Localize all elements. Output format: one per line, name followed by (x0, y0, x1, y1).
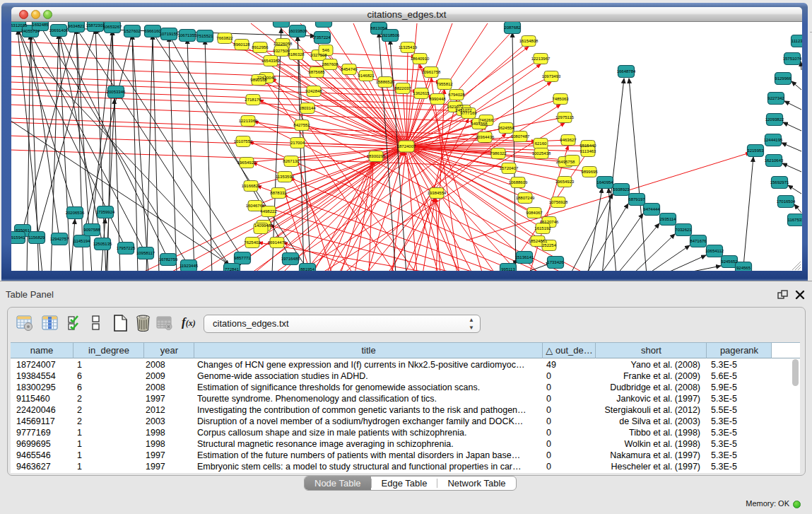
svg-text:9146821: 9146821 (358, 74, 375, 78)
svg-text:16210643: 16210643 (765, 158, 784, 163)
svg-text:17359924: 17359924 (96, 210, 115, 214)
svg-text:62160: 62160 (535, 141, 547, 146)
svg-text:9857771: 9857771 (234, 256, 251, 260)
svg-text:24055724: 24055724 (21, 29, 40, 33)
svg-text:26495758: 26495758 (556, 160, 575, 164)
svg-text:2803144: 2803144 (299, 106, 316, 110)
svg-text:10973493: 10973493 (542, 74, 561, 78)
svg-text:10025438: 10025438 (532, 151, 551, 156)
svg-text:8186328: 8186328 (288, 52, 305, 57)
svg-text:3915941: 3915941 (11, 235, 25, 240)
svg-text:3624554: 3624554 (498, 126, 514, 130)
svg-text:9777169: 9777169 (460, 111, 477, 115)
svg-text:2087682: 2087682 (504, 25, 521, 30)
svg-text:15751074: 15751074 (783, 57, 802, 61)
svg-text:9474444: 9474444 (643, 207, 660, 211)
svg-text:10807487: 10807487 (511, 134, 530, 139)
svg-text:252254: 252254 (542, 243, 557, 247)
svg-text:8267130: 8267130 (283, 159, 300, 163)
svg-text:1362615: 1362615 (413, 91, 430, 95)
svg-text:1615192: 1615192 (534, 226, 551, 230)
svg-text:9634821: 9634821 (68, 24, 85, 28)
svg-text:5938923: 5938923 (613, 187, 630, 192)
svg-text:15720407: 15720407 (500, 166, 519, 170)
svg-text:8454749: 8454749 (341, 67, 358, 71)
svg-text:1692485: 1692485 (32, 23, 49, 27)
svg-text:13226058: 13226058 (273, 42, 293, 46)
svg-text:15136141: 15136141 (515, 255, 534, 259)
svg-text:9129966: 9129966 (775, 76, 792, 81)
svg-text:14099489: 14099489 (254, 223, 273, 228)
svg-text:1640954: 1640954 (596, 180, 613, 185)
svg-text:1112384: 1112384 (792, 39, 802, 43)
svg-text:6794028: 6794028 (448, 93, 465, 97)
svg-text:1733426: 1733426 (547, 260, 564, 264)
svg-text:18807249: 18807249 (516, 196, 535, 200)
svg-text:10961758: 10961758 (422, 70, 441, 74)
svg-text:10756928: 10756928 (549, 200, 568, 204)
svg-text:2935114: 2935114 (660, 217, 677, 221)
svg-text:9242848: 9242848 (305, 89, 322, 93)
svg-text:3215953: 3215953 (747, 148, 764, 153)
svg-text:19384554: 19384554 (428, 191, 447, 195)
svg-text:10107552: 10107552 (234, 139, 253, 144)
svg-text:18640910: 18640910 (411, 57, 430, 61)
svg-text:1527602: 1527602 (124, 29, 141, 33)
svg-text:9890168: 9890168 (250, 78, 267, 82)
svg-text:6879197: 6879197 (628, 197, 645, 201)
svg-text:7986322: 7986322 (490, 151, 507, 156)
svg-text:8471676: 8471676 (690, 239, 707, 243)
svg-text:7663822: 7663822 (216, 36, 233, 40)
svg-text:16914479: 16914479 (268, 240, 287, 245)
svg-text:2867608: 2867608 (322, 62, 339, 66)
svg-text:10654112: 10654112 (705, 249, 724, 253)
svg-text:16154808: 16154808 (519, 39, 539, 43)
svg-text:217004: 217004 (290, 141, 305, 145)
svg-text:10653267: 10653267 (103, 25, 122, 29)
svg-text:16120746: 16120746 (540, 220, 559, 224)
svg-text:835061: 835061 (16, 228, 30, 233)
svg-text:7357224: 7357224 (314, 35, 331, 40)
svg-text:11923445: 11923445 (180, 264, 199, 268)
svg-text:11325419: 11325419 (399, 45, 418, 49)
svg-text:3875685: 3875685 (308, 70, 325, 74)
svg-text:7625402: 7625402 (244, 240, 261, 245)
svg-text:15886520: 15886520 (376, 80, 395, 84)
svg-text:18724007: 18724007 (397, 144, 416, 148)
svg-text:9245652: 9245652 (721, 259, 738, 264)
svg-text:10671355: 10671355 (178, 33, 197, 37)
svg-text:8878332: 8878332 (270, 191, 287, 195)
svg-text:7032621: 7032621 (675, 228, 692, 232)
svg-text:17016504: 17016504 (777, 199, 796, 204)
svg-text:16782759: 16782759 (159, 257, 178, 262)
svg-text:19166829: 19166829 (242, 184, 261, 188)
svg-text:1145194: 1145194 (74, 239, 91, 243)
svg-text:20206536: 20206536 (66, 211, 85, 215)
svg-text:20691406: 20691406 (49, 28, 69, 33)
svg-text:9327508: 9327508 (310, 53, 327, 57)
svg-text:7955812: 7955812 (436, 82, 453, 86)
svg-text:995113: 995113 (501, 267, 515, 271)
svg-text:9463627: 9463627 (560, 138, 577, 142)
svg-text:18300295: 18300295 (367, 154, 386, 158)
svg-text:8813054: 8813054 (370, 26, 387, 30)
svg-text:12505135: 12505135 (93, 242, 112, 246)
svg-text:16312035: 16312035 (11, 23, 28, 28)
svg-text:9084067: 9084067 (526, 211, 543, 215)
svg-text:10958117: 10958117 (136, 251, 155, 255)
svg-text:881954: 881954 (300, 267, 315, 271)
svg-text:9899695: 9899695 (581, 170, 598, 174)
svg-text:16033809: 16033809 (288, 29, 307, 33)
svg-text:19716485: 19716485 (281, 257, 300, 261)
svg-text:12975115: 12975115 (555, 115, 575, 119)
svg-text:9097588: 9097588 (83, 228, 100, 232)
svg-text:12093822: 12093822 (765, 117, 784, 122)
svg-text:8960128: 8960128 (233, 42, 250, 47)
svg-text:4498222: 4498222 (260, 209, 277, 214)
svg-text:19218506: 19218506 (381, 33, 400, 37)
svg-text:746266: 746266 (479, 118, 494, 122)
svg-text:11353594: 11353594 (276, 175, 295, 179)
svg-text:2718176: 2718176 (245, 98, 261, 102)
svg-text:19654923: 19654923 (555, 180, 575, 184)
svg-text:12213967: 12213967 (531, 57, 551, 61)
